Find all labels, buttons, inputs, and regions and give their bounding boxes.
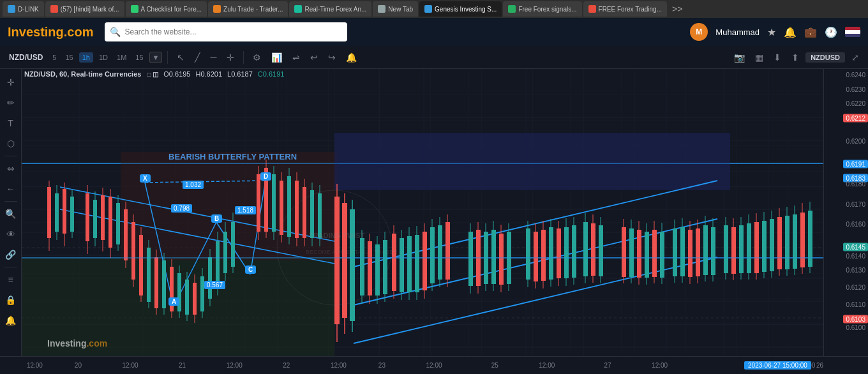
tab-hindi[interactable]: (57) [hindi] Mark of...	[45, 1, 124, 17]
tab-favicon	[8, 5, 15, 13]
alert-tool[interactable]: 🔔	[342, 50, 361, 65]
navigation-bar: Investing.com 🔍 M Muhammad ★ 🔔 💼 🕐	[0, 18, 868, 46]
more-tabs[interactable]: >>	[668, 4, 686, 14]
star-icon[interactable]: ★	[767, 26, 776, 38]
highlighted-time: 2023-06-27 15:00:00	[744, 361, 811, 370]
toolbar-separator-2	[243, 51, 244, 64]
layout-button[interactable]: ▦	[751, 50, 767, 65]
tab-freetrading[interactable]: FREE Forex Trading...	[583, 1, 667, 17]
crosshair-tool[interactable]: ✛	[3, 74, 19, 91]
ohlc-high: H0.6201	[195, 70, 222, 78]
tab-realtime[interactable]: Real-Time Forex An...	[289, 1, 371, 17]
cloud-down-button[interactable]: ⬇	[770, 50, 785, 65]
zoom-tool[interactable]: 🔍	[3, 206, 19, 222]
time-1200a: 12:00	[27, 362, 43, 369]
price-0612-hl: 0.6212	[843, 114, 868, 122]
time-1200d: 12:00	[331, 362, 347, 369]
cursor-tool[interactable]: ↖	[173, 50, 188, 65]
svg-rect-34	[334, 133, 730, 190]
tf-15[interactable]: 15	[62, 52, 76, 63]
text-tool[interactable]: T	[3, 115, 19, 131]
compare-tool[interactable]: ⇌	[288, 50, 304, 65]
tf-1h[interactable]: 1h	[79, 52, 93, 63]
time-23: 23	[378, 362, 385, 369]
cross-tool[interactable]: ✛	[223, 50, 238, 65]
pair-info: NZD/USD, 60, Real-time Currencies □ ◫	[24, 70, 158, 78]
search-input[interactable]	[124, 27, 342, 36]
briefcase-icon[interactable]: 💼	[804, 26, 817, 38]
tab-favicon	[378, 5, 385, 13]
logo-text: Investing.com	[8, 25, 93, 40]
tf-dropdown[interactable]: ▼	[149, 52, 163, 63]
price-0630: 0.6230	[846, 86, 865, 93]
redo-tool[interactable]: ↪	[324, 50, 340, 65]
tab-dlink[interactable]: D-LINK	[3, 1, 44, 17]
expand-button[interactable]: ⤢	[848, 50, 863, 65]
ohlc-open: O0.6195	[163, 70, 190, 78]
back-tool[interactable]: ←	[3, 181, 19, 197]
toolbar-separator	[167, 51, 168, 64]
svg-text:BECOME A PROFITABLE TRADER: BECOME A PROFITABLE TRADER	[306, 249, 398, 255]
tf-5[interactable]: 5	[49, 52, 59, 63]
bell-icon[interactable]: 🔔	[784, 26, 797, 38]
tab-freesignals[interactable]: Free Forex signals...	[503, 1, 581, 17]
trend-line-tool[interactable]: ╱	[191, 50, 204, 65]
logo[interactable]: Investing.com	[8, 25, 93, 40]
time-bar-right: 2023-06-27 15:00:00 26	[744, 361, 823, 370]
ohlc-close: C0.6191	[258, 70, 285, 78]
tab-zulutrade[interactable]: Zulu Trade - Trader...	[208, 1, 288, 17]
symbol-label: NZD/USD	[5, 53, 47, 62]
link-tool[interactable]: 🔗	[3, 246, 19, 263]
price-0191-hl: 0.6191	[843, 160, 868, 168]
flag-icon[interactable]	[845, 27, 860, 37]
svg-text:TRADING TWIST: TRADING TWIST	[309, 232, 365, 239]
price-0160: 0.6160	[846, 221, 865, 228]
price-0120: 0.6120	[846, 284, 865, 291]
draw-tool[interactable]: ✏	[3, 94, 19, 111]
undo-tool[interactable]: ↩	[306, 50, 322, 65]
price-0110: 0.6110	[846, 301, 865, 308]
tf-15b[interactable]: 15	[132, 52, 146, 63]
chart-main[interactable]: NZD/USD, 60, Real-time Currencies □ ◫ O0…	[22, 69, 823, 356]
tf-1m[interactable]: 1M	[114, 52, 130, 63]
price-0620: 0.6220	[846, 100, 865, 107]
shapes-tool[interactable]: ⬡	[3, 135, 19, 152]
lock-tool[interactable]: 🔒	[3, 292, 19, 308]
user-avatar: M	[690, 23, 708, 41]
time-1200g: 12:00	[652, 362, 668, 369]
alert-lt-tool[interactable]: 🔔	[3, 312, 19, 329]
tab-favicon	[213, 5, 221, 13]
camera-button[interactable]: 📷	[730, 50, 749, 65]
price-0170: 0.6170	[846, 200, 865, 207]
indicators-tool[interactable]: 📊	[267, 50, 286, 65]
eye-tool[interactable]: 👁	[3, 226, 19, 243]
horizontal-line-tool[interactable]: ─	[206, 50, 220, 65]
time-1200c: 12:00	[227, 362, 243, 369]
price-0145-hl: 0.6145	[843, 243, 868, 251]
settings-tool[interactable]: ⚙	[249, 50, 265, 65]
tab-favicon	[588, 5, 596, 13]
time-axis: 12:00 20 12:00 21 12:00 22 12:00 23 12:0…	[0, 356, 868, 374]
ohlc-bar: NZD/USD, 60, Real-time Currencies □ ◫ O0…	[24, 70, 284, 78]
clock-icon[interactable]: 🕐	[825, 26, 837, 38]
tf-1d[interactable]: 1D	[96, 52, 111, 63]
fib-tool[interactable]: ≡	[3, 271, 19, 288]
price-0103-hl: 0.6103	[843, 315, 868, 323]
tab-genesis[interactable]: Genesis Investing S...	[419, 1, 502, 17]
nav-right: M Muhammad ★ 🔔 💼 🕐	[690, 23, 860, 41]
ohlc-low: L0.6187	[227, 70, 253, 78]
tab-newtab[interactable]: New Tab	[373, 1, 418, 17]
lt-separator	[4, 156, 17, 156]
search-bar[interactable]: 🔍	[105, 22, 347, 41]
measure-tool[interactable]: ⇔	[3, 160, 19, 177]
tab-checklist[interactable]: A Checklist for Fore...	[126, 1, 207, 17]
price-0130: 0.6130	[846, 267, 865, 274]
time-25: 25	[491, 362, 498, 369]
cloud-up-button[interactable]: ⬆	[788, 50, 803, 65]
left-toolbar: ✛ ✏ T ⬡ ⇔ ← 🔍 👁 🔗 ≡ 🔒 🔔	[0, 69, 22, 356]
price-axis: 0.6240 0.6230 0.6220 0.6212 0.6200 0.619…	[823, 69, 868, 356]
tab-favicon	[294, 5, 302, 13]
time-26: 26	[816, 362, 823, 369]
price-0600: 0.6200	[846, 137, 865, 144]
lt-separator-2	[4, 201, 17, 202]
